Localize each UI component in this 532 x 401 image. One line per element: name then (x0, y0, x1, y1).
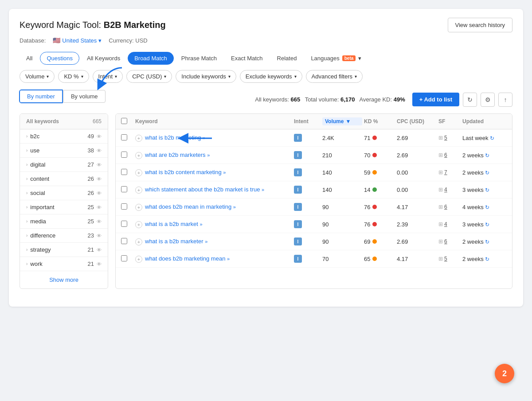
updated-cell: 4 weeks ↻ (462, 204, 507, 210)
tab-exact-match[interactable]: Exact Match (224, 52, 270, 65)
refresh-icon[interactable]: ↻ (485, 222, 489, 228)
sidebar-item[interactable]: ›strategy 21👁 (20, 243, 108, 257)
refresh-icon[interactable]: ↻ (485, 187, 489, 193)
table-row: + what are b2b marketers » I 210 70 2.69… (116, 147, 512, 164)
select-all-checkbox-cell[interactable] (121, 118, 133, 125)
row-checkbox[interactable] (121, 238, 127, 244)
keyword-link[interactable]: what is b2b content marketing (145, 169, 222, 175)
updated-cell: 2 weeks ↻ (462, 152, 507, 159)
sf-cell: ⊞4 (438, 221, 461, 227)
add-keyword-button[interactable]: + (135, 204, 142, 211)
refresh-icon[interactable]: ↻ (485, 256, 489, 262)
keyword-link[interactable]: which statement about the b2b market is … (145, 186, 260, 193)
kd-filter[interactable]: KD % ▾ (58, 70, 89, 83)
tab-all[interactable]: All (20, 52, 39, 65)
refresh-icon[interactable]: ↻ (485, 204, 489, 210)
sidebar-item[interactable]: ›media 25👁 (20, 214, 108, 229)
updated-cell: 3 weeks ↻ (462, 187, 507, 193)
cpc-cell: 2.69 (397, 152, 437, 159)
database-selector[interactable]: 🇺🇸 United States ▾ (53, 37, 102, 44)
sidebar-item[interactable]: ›use 38👁 (20, 144, 108, 158)
tab-questions[interactable]: Questions (40, 52, 79, 65)
add-keyword-button[interactable]: + (135, 256, 142, 263)
row-checkbox[interactable] (121, 186, 127, 192)
refresh-icon[interactable]: ↻ (485, 239, 489, 245)
row-checkbox[interactable] (121, 134, 127, 140)
refresh-icon[interactable]: ↻ (490, 135, 494, 141)
tab-all-keywords[interactable]: All Keywords (80, 52, 127, 65)
row-checkbox[interactable] (121, 255, 127, 261)
table-row: + what is b2b content marketing » I 140 … (116, 164, 512, 181)
add-keyword-button[interactable]: + (135, 152, 142, 159)
keyword-cell: + what is a b2b marketer » (135, 238, 292, 245)
view-history-button[interactable]: View search history (448, 18, 512, 32)
updated-col-header: Updated (462, 118, 507, 125)
cpc-cell: 2.69 (397, 238, 437, 245)
settings-button[interactable]: ⚙ (481, 93, 495, 107)
keyword-link[interactable]: what is a b2b marketer (145, 238, 203, 245)
add-keyword-button[interactable]: + (135, 169, 142, 176)
refresh-icon[interactable]: ↻ (485, 152, 489, 159)
volume-cell: 90 (322, 238, 362, 245)
export-button[interactable]: ↑ (498, 93, 512, 107)
keyword-link[interactable]: what are b2b marketers (145, 152, 206, 158)
add-to-list-button[interactable]: + Add to list (412, 93, 459, 106)
sort-by-number[interactable]: By number (20, 90, 63, 103)
row-checkbox[interactable] (121, 221, 127, 227)
chevron-down-icon: ▾ (115, 74, 117, 79)
sf-cell: ⊞5 (438, 256, 461, 262)
add-keyword-button[interactable]: + (135, 221, 142, 228)
content-area: All keywords 665 ›b2c 49👁 ›use 38👁 ›digi… (20, 113, 512, 289)
tab-languages[interactable]: Languages beta ▾ (304, 52, 368, 65)
cpc-filter[interactable]: CPC (USD) ▾ (126, 70, 172, 83)
tab-broad-match[interactable]: Broad Match (128, 52, 174, 65)
volume-col-header[interactable]: Volume ▼ (322, 117, 362, 125)
keyword-cell: + what is b2b content marketing » (135, 169, 292, 176)
keyword-cell: + what is b2b marketing » (135, 134, 292, 142)
volume-cell: 140 (322, 187, 362, 193)
volume-cell: 2.4K (322, 135, 362, 141)
select-all-checkbox[interactable] (121, 118, 127, 124)
cpc-cell: 2.39 (397, 221, 437, 228)
keyword-link[interactable]: what does b2b mean in marketing (145, 203, 231, 210)
exclude-keywords-filter[interactable]: Exclude keywords ▾ (240, 70, 302, 83)
volume-cell: 140 (322, 169, 362, 176)
keyword-sidebar: All keywords 665 ›b2c 49👁 ›use 38👁 ›digi… (20, 113, 108, 289)
intent-filter[interactable]: Intent ▾ (93, 70, 123, 83)
sidebar-item[interactable]: ›social 26👁 (20, 186, 108, 200)
keyword-cell: + what does b2b mean in marketing » (135, 203, 292, 211)
add-keyword-button[interactable]: + (135, 238, 142, 245)
advanced-filters-button[interactable]: Advanced filters ▾ (306, 70, 363, 83)
row-checkbox[interactable] (121, 203, 127, 210)
keyword-link[interactable]: what is a b2b market (145, 221, 198, 227)
row-checkbox[interactable] (121, 152, 127, 158)
refresh-button[interactable]: ↻ (463, 93, 477, 107)
sidebar-item[interactable]: ›b2c 49👁 (20, 129, 108, 144)
kd-col-header: KD % (364, 118, 395, 125)
keyword-link[interactable]: what does b2b marketing mean (145, 255, 225, 262)
chevron-down-icon: ▾ (228, 74, 231, 79)
volume-filter[interactable]: Volume ▾ (20, 70, 55, 83)
intent-cell: I (294, 203, 321, 211)
show-more-button[interactable]: Show more (20, 271, 108, 288)
kd-cell: 65 (364, 256, 395, 262)
tab-phrase-match[interactable]: Phrase Match (175, 52, 223, 65)
intent-cell: I (294, 186, 321, 194)
volume-cell: 210 (322, 152, 362, 159)
add-keyword-button[interactable]: + (135, 135, 142, 142)
refresh-icon[interactable]: ↻ (485, 170, 489, 176)
sidebar-item[interactable]: ›important 25👁 (20, 200, 108, 214)
sort-by-volume[interactable]: By volume (63, 90, 106, 103)
sidebar-item[interactable]: ›digital 27👁 (20, 158, 108, 172)
sidebar-item[interactable]: ›difference 23👁 (20, 229, 108, 243)
tab-related[interactable]: Related (270, 52, 304, 65)
keyword-link[interactable]: what is b2b marketing (145, 134, 201, 141)
sf-cell: ⊞4 (438, 187, 461, 193)
include-keywords-filter[interactable]: Include keywords ▾ (176, 70, 236, 83)
row-checkbox[interactable] (121, 169, 127, 175)
add-keyword-button[interactable]: + (135, 187, 142, 194)
table-header: Keyword Intent Volume ▼ KD % CPC (USD) S… (116, 114, 512, 129)
sidebar-item[interactable]: ›work 21👁 (20, 257, 108, 271)
chevron-down-icon: ▾ (164, 74, 166, 79)
sidebar-item[interactable]: ›content 26👁 (20, 172, 108, 186)
